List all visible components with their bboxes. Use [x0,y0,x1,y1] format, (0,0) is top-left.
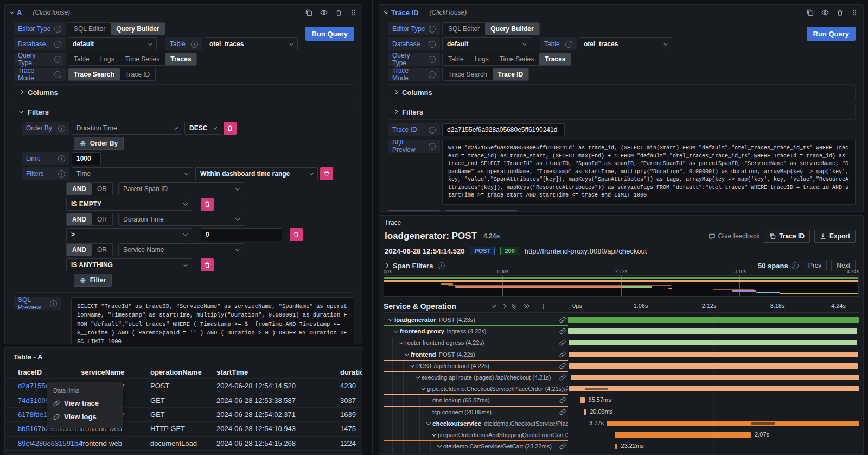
span-bar[interactable] [615,444,617,449]
filter-operator-select[interactable]: IS ANYTHING [66,258,192,271]
info-icon[interactable]: i [429,143,436,150]
span-row[interactable]: frontend-proxyingress (4.22s) [384,326,859,337]
filter-field-select[interactable]: Time [72,167,193,180]
query-builder-option[interactable]: Query Builder [485,23,539,35]
duplicate-icon[interactable] [806,9,814,16]
database-select[interactable]: default [68,37,157,50]
and-option[interactable]: AND [67,183,92,195]
span-bar[interactable] [568,328,857,334]
span-bar[interactable] [607,421,859,426]
expander-chevron-icon[interactable] [387,318,394,321]
add-order-by-button[interactable]: ⊕Order By [74,137,124,150]
filter-field-select[interactable]: Parent Span ID [118,182,244,195]
info-icon[interactable]: i [191,41,198,48]
span-row[interactable]: cartservicePOST /oteldemo.CartService/Ge… [384,452,859,454]
or-option[interactable]: OR [92,244,112,256]
span-bar[interactable] [569,363,858,369]
add-query-button[interactable]: +Add query [388,210,441,212]
query-type-timeseries[interactable]: Time Series [120,53,165,65]
table-select[interactable]: otel_traces [579,37,672,50]
query-type-timeseries[interactable]: Time Series [494,53,540,65]
info-icon[interactable]: i [58,155,65,162]
expander-chevron-icon[interactable] [392,330,400,333]
sql-editor-option[interactable]: SQL Editor [68,23,111,35]
info-icon[interactable]: i [429,41,436,48]
span-filters-chevron-icon[interactable] [384,263,388,268]
and-option[interactable]: AND [67,213,92,225]
or-option[interactable]: OR [92,213,112,225]
filter-condition-select[interactable]: Within dashboard time range [195,167,318,180]
span-link-icon[interactable] [559,328,568,334]
filter-operator-select[interactable]: > [66,228,192,241]
remove-order-by-button[interactable] [224,122,237,135]
column-header[interactable]: traceID [18,368,81,376]
trace-id-option[interactable]: Trace ID [120,68,156,80]
filter-field-select[interactable]: Service Name [118,243,244,256]
collapse-all-icon[interactable] [513,304,516,309]
expander-chevron-icon[interactable] [409,364,416,368]
trace-id-button[interactable]: Trace ID [764,230,810,243]
info-icon[interactable]: i [58,170,65,178]
column-resize-handle[interactable] [543,304,547,309]
add-filter-button[interactable]: ⊕Filter [74,274,112,287]
span-row[interactable]: frontendPOST (4.22s) [384,349,859,361]
query-type-logs[interactable]: Logs [95,53,120,65]
span-row[interactable]: grpc.oteldemo.CheckoutService/PlaceOrder… [384,383,859,395]
remove-filter-button[interactable] [201,258,214,271]
expand-all-icon[interactable] [523,305,529,308]
info-icon[interactable]: i [58,125,65,132]
info-icon[interactable]: i [54,56,61,63]
panel-a-header[interactable]: A (ClickHouse) [5,5,362,20]
filter-operator-select[interactable]: IS EMPTY [66,198,192,211]
span-link-icon[interactable] [559,397,568,403]
span-link-icon[interactable] [559,409,568,415]
view-logs-link[interactable]: View logs [47,410,123,424]
span-bar[interactable] [569,340,857,345]
trace-id-link[interactable]: 89cf4286e631591b4... [18,439,81,447]
expander-chevron-icon[interactable] [398,341,405,344]
and-option[interactable]: AND [67,244,92,256]
span-bar[interactable] [580,397,585,403]
info-icon[interactable]: i [792,262,799,269]
span-row[interactable]: oteldemo.CartService/GetCart (23.22ms)23… [384,441,859,452]
trace-minimap[interactable] [384,275,859,297]
expander-chevron-icon[interactable] [419,387,427,390]
span-row[interactable]: tcp.connect (20.09ms)20.09ms [384,407,859,418]
limit-input[interactable] [72,152,101,165]
eye-icon[interactable] [821,9,829,16]
span-row[interactable]: prepareOrderItemsAndShippingQuoteFromCar… [384,429,859,441]
remove-filter-button[interactable] [201,198,214,211]
info-icon[interactable]: i [54,26,61,33]
span-bar[interactable] [584,409,586,415]
expander-chevron-icon[interactable] [436,445,443,448]
column-header[interactable]: startTime [216,368,340,376]
span-link-icon[interactable] [564,386,568,392]
span-link-icon[interactable] [559,374,568,381]
order-by-direction-select[interactable]: DESC [184,122,221,135]
column-header[interactable]: serviceName [81,368,150,376]
expander-chevron-icon[interactable] [425,422,432,425]
trace-id-input[interactable] [442,123,565,136]
info-icon[interactable]: i [565,41,572,48]
sql-editor-option[interactable]: SQL Editor [443,23,485,35]
info-icon[interactable]: i [54,41,61,48]
span-row[interactable]: dns.lookup (65.57ms)65.57ms [384,395,859,406]
span-row[interactable]: executing api route (pages) /api/checkou… [384,372,859,383]
delete-panel-icon[interactable] [837,9,844,16]
trace-search-option[interactable]: Trace Search [443,68,493,80]
columns-section-toggle[interactable]: Columns [14,85,354,100]
column-divider[interactable] [372,0,373,455]
trace-id-option[interactable]: Trace ID [493,68,529,80]
or-option[interactable]: OR [92,183,112,195]
span-row[interactable]: loadgeneratorPOST (4.23s) [384,314,859,326]
span-row[interactable]: router frontend egress (4.22s) [384,337,859,349]
span-link-icon[interactable] [559,363,568,369]
give-feedback-link[interactable]: Give feedback [709,232,760,240]
query-builder-option[interactable]: Query Builder [111,23,164,35]
filters-section-toggle[interactable]: Filters [14,104,354,119]
expander-chevron-icon[interactable] [430,433,438,437]
info-icon[interactable]: i [429,56,436,63]
span-link-icon[interactable] [559,443,568,450]
collapse-chevron-icon[interactable] [10,9,14,14]
query-inspector-button[interactable]: iQuery inspector [445,210,518,212]
